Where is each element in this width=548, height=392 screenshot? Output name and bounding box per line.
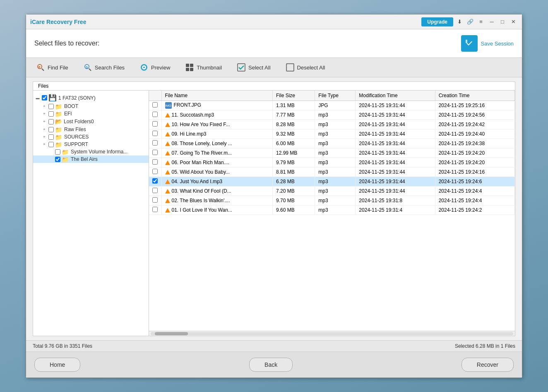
files-tab[interactable]: Files — [33, 81, 515, 90]
search-files-button[interactable]: S Search Files — [80, 61, 128, 74]
file-name-cell: 04. Just You And I.mp3 — [161, 177, 272, 186]
table-row[interactable]: 07. Going To The River.m...12.99 MBmp320… — [149, 148, 515, 158]
efi-checkbox[interactable] — [48, 111, 54, 117]
restore-icon[interactable]: □ — [498, 17, 507, 26]
row-checkbox[interactable] — [152, 207, 158, 212]
col-checkbox — [149, 91, 161, 101]
sysvolume-checkbox[interactable] — [55, 149, 60, 155]
menu-icon[interactable]: ≡ — [476, 17, 486, 26]
support-checkbox[interactable] — [48, 142, 54, 147]
efi-expand-icon[interactable]: + — [41, 111, 47, 117]
mod-time-cell: 2024-11-25 19:31:44 — [356, 139, 435, 148]
raw-expand-icon[interactable]: + — [41, 127, 47, 132]
cre-time-cell: 2024-11-25 19:24:6 — [435, 177, 514, 186]
file-panel: File Name File Size File Type Modificati… — [149, 91, 515, 336]
table-row[interactable]: 05. Wild About You Baby...8.81 MBmp32024… — [149, 167, 515, 177]
support-expand-icon[interactable]: + — [41, 141, 47, 147]
sources-label: SOURCES — [64, 134, 89, 140]
back-button[interactable]: Back — [249, 358, 293, 372]
row-checkbox[interactable] — [152, 140, 158, 146]
download-icon[interactable]: ⬇ — [455, 17, 464, 26]
thumbnail-label: Thumbnail — [197, 65, 222, 71]
row-checkbox[interactable] — [152, 188, 158, 193]
efi-folder-icon: 📁 — [55, 111, 62, 117]
mod-time-cell: 2024-11-25 19:31:44 — [356, 148, 435, 158]
recover-button[interactable]: Recover — [461, 358, 514, 372]
tree-item-support[interactable]: + 📁 SUPPORT — [33, 141, 149, 148]
tree-item-boot[interactable]: + 📁 BOOT — [33, 103, 149, 110]
mod-time-cell: 2024-11-25 19:31:44 — [356, 129, 435, 139]
root-expand-icon[interactable]: ▬ — [35, 95, 41, 101]
table-row[interactable]: 02. The Blues Is Walkin'....9.70 MBmp320… — [149, 196, 515, 206]
tree-item-lost-folders[interactable]: + 📂 Lost Folders0 — [33, 117, 149, 126]
file-name-cell: 01. I Got Love If You Wan... — [161, 206, 272, 215]
cre-time-cell: 2024-11-25 19:25:16 — [435, 101, 514, 110]
preview-button[interactable]: Preview — [136, 61, 173, 74]
horizontal-scrollbar[interactable] — [149, 331, 515, 336]
table-row[interactable]: 06. Poor Man Rich Man....9.79 MBmp32024-… — [149, 158, 515, 167]
deselect-all-button[interactable]: Deselect All — [282, 61, 329, 74]
thumbnail-button[interactable]: Thumbnail — [182, 61, 225, 74]
support-label: SUPPORT — [64, 141, 88, 147]
select-all-button[interactable]: Select All — [233, 61, 274, 74]
table-row[interactable]: 03. What Kind Of Fool (D...7.20 MBmp3202… — [149, 186, 515, 196]
table-row[interactable]: 01. I Got Love If You Wan...9.60 MBmp320… — [149, 206, 515, 215]
mod-time-cell: 2024-11-25 19:31:4 — [356, 206, 435, 215]
preview-icon — [139, 63, 149, 72]
table-row[interactable]: IMGFRONT.JPG1.31 MBJPG2024-11-25 19:31:4… — [149, 101, 515, 110]
minimize-icon[interactable]: ─ — [487, 17, 496, 26]
tree-item-sources[interactable]: + 📁 SOURCES — [33, 133, 149, 141]
tree-item-raw-files[interactable]: + 📁 Raw Files — [33, 126, 149, 133]
tree-panel: ▬ 💾 1 FAT32 (SONY) + 📁 BOOT + 📁 — [33, 91, 149, 336]
share-icon[interactable]: 🔗 — [466, 17, 475, 26]
lost-checkbox[interactable] — [48, 119, 54, 124]
file-size-cell: 9.70 MB — [272, 196, 315, 206]
tree-item-efi[interactable]: + 📁 EFI — [33, 110, 149, 117]
file-name-cell: 03. What Kind Of Fool (D... — [161, 186, 272, 196]
home-button[interactable]: Home — [34, 358, 80, 372]
file-name-cell: 08. Those Lonely, Lonely ... — [161, 139, 272, 148]
svg-rect-17 — [286, 64, 294, 71]
tree-item-belairs[interactable]: + 📁 The Bel Airs — [33, 155, 149, 163]
row-checkbox[interactable] — [152, 197, 158, 203]
tree-item-sysvolume[interactable]: + 📁 System Volume Informa... — [33, 148, 149, 155]
file-table-scroll[interactable]: File Name File Size File Type Modificati… — [149, 91, 515, 331]
row-checkbox[interactable] — [152, 131, 158, 136]
toolbar: F Find File S Search Files — [26, 58, 522, 77]
tree-root[interactable]: ▬ 💾 1 FAT32 (SONY) — [33, 93, 149, 103]
row-checkbox[interactable] — [152, 102, 158, 108]
table-row[interactable]: 08. Those Lonely, Lonely ...6.00 MBmp320… — [149, 139, 515, 148]
row-checkbox[interactable] — [152, 112, 158, 117]
close-icon[interactable]: ✕ — [509, 17, 518, 26]
file-size-cell: 1.31 MB — [272, 101, 315, 110]
table-row[interactable]: 11. Succotash.mp37.77 MBmp32024-11-25 19… — [149, 110, 515, 120]
sources-expand-icon[interactable]: + — [41, 134, 47, 140]
row-checkbox[interactable] — [152, 121, 158, 127]
sysvolume-label: System Volume Informa... — [71, 149, 127, 155]
vlc-file-icon — [165, 198, 170, 203]
svg-text:F: F — [38, 65, 41, 69]
row-checkbox[interactable] — [152, 169, 158, 174]
lost-expand-icon[interactable]: + — [41, 119, 47, 124]
root-checkbox[interactable] — [42, 95, 47, 100]
vlc-file-icon — [165, 122, 170, 127]
row-checkbox[interactable] — [152, 178, 158, 184]
row-checkbox[interactable] — [152, 150, 158, 155]
belairs-checkbox[interactable] — [55, 157, 60, 162]
find-file-button[interactable]: F Find File — [33, 61, 72, 74]
table-row[interactable]: 04. Just You And I.mp36.28 MBmp32024-11-… — [149, 177, 515, 186]
file-type-cell: mp3 — [315, 167, 356, 177]
upgrade-button[interactable]: Upgrade — [421, 17, 453, 26]
sources-checkbox[interactable] — [48, 134, 54, 140]
cre-time-cell: 2024-11-25 19:24:20 — [435, 148, 514, 158]
raw-checkbox[interactable] — [48, 127, 54, 132]
row-checkbox[interactable] — [152, 159, 158, 165]
select-all-icon — [237, 63, 246, 72]
save-session-button[interactable]: Save Session — [461, 35, 514, 52]
boot-checkbox[interactable] — [48, 104, 54, 109]
table-row[interactable]: 10. How Are You Fixed F...8.28 MBmp32024… — [149, 120, 515, 129]
file-name-cell: 02. The Blues Is Walkin'.... — [161, 196, 272, 206]
table-row[interactable]: 09. Hi Line.mp39.32 MBmp32024-11-25 19:3… — [149, 129, 515, 139]
efi-label: EFI — [64, 111, 72, 117]
boot-expand-icon[interactable]: + — [41, 103, 47, 109]
